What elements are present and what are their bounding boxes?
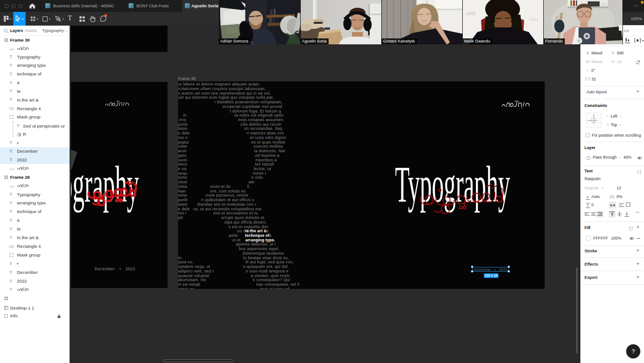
svg-text:A: A — [586, 195, 589, 199]
